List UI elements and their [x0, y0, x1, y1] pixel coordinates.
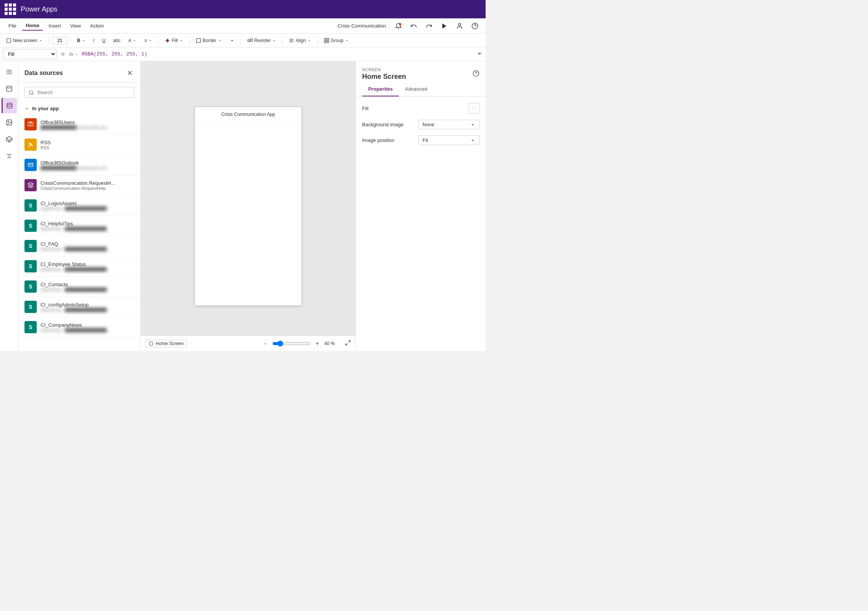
screen-badge: Home Screen — [145, 340, 187, 347]
close-panel-button[interactable]: ✕ — [125, 67, 134, 79]
chevron-down-icon — [470, 122, 475, 127]
formula-bar: Fill = fx RGBA(255, 255, 255, 1) — [0, 47, 486, 61]
group-button[interactable]: Group — [321, 36, 352, 45]
svg-rect-5 — [7, 38, 11, 42]
menu-file[interactable]: File — [5, 21, 20, 30]
font-button[interactable]: A — [125, 36, 140, 45]
notifications-icon[interactable] — [392, 20, 405, 32]
menu-insert[interactable]: Insert — [45, 21, 65, 30]
canvas-area: Crisis Communication App Home Screen - +… — [141, 61, 356, 351]
sidebar-icon-screens[interactable] — [2, 81, 17, 96]
fill-property-row: Fill — [362, 103, 480, 114]
list-item[interactable]: CrisisCommunication.RequestH... CrisisCo… — [18, 175, 140, 196]
svg-text:O: O — [29, 123, 31, 126]
screen-frame-icon — [149, 341, 153, 346]
item-sub: SharePoint · ██████████████ — [41, 226, 121, 231]
list-item[interactable]: O Office365Users ████████████onmicrosoft… — [18, 114, 140, 135]
item-name: CI_HelpfulTips — [41, 221, 121, 226]
list-item[interactable]: Office365Outlook ████████████onmicrosoft… — [18, 155, 140, 175]
image-position-dropdown[interactable]: Fit — [418, 135, 480, 145]
waffle-icon[interactable] — [5, 3, 16, 15]
more-button[interactable] — [226, 36, 238, 45]
item-sub: SharePoint · ██████████████... — [41, 247, 121, 251]
sidebar-icon-media[interactable] — [2, 115, 17, 130]
phone-title-bar: Crisis Communication App — [195, 107, 301, 122]
list-item[interactable]: RSS RSS ⋯ — [18, 135, 140, 155]
in-your-app-section[interactable]: In your app — [18, 103, 140, 114]
menu-view[interactable]: View — [67, 21, 85, 30]
help-icon[interactable] — [469, 20, 481, 32]
zoom-out-button[interactable]: - — [261, 339, 270, 348]
border-button[interactable]: Border — [193, 36, 225, 45]
ci-companynews-icon: S — [24, 321, 37, 333]
list-item[interactable]: S CI_HelpfulTips SharePoint · ██████████… — [18, 216, 140, 236]
right-panel-screen-title: Home Screen — [362, 73, 406, 81]
svg-point-6 — [166, 39, 169, 42]
ci-helpfultips-icon: S — [24, 220, 37, 232]
search-icon — [29, 90, 34, 95]
fill-color-button[interactable]: Fill — [162, 36, 186, 45]
svg-rect-8 — [248, 39, 250, 41]
tab-properties[interactable]: Properties — [362, 82, 399, 96]
ci-contacts-icon: S — [24, 280, 37, 293]
menu-action[interactable]: Action — [86, 21, 108, 30]
play-icon[interactable] — [438, 20, 450, 32]
align-button[interactable]: ≡ — [141, 36, 155, 45]
chevron-down-icon — [470, 138, 475, 143]
menu-home[interactable]: Home — [22, 21, 43, 31]
background-image-dropdown[interactable]: None — [418, 120, 480, 129]
zoom-value: 40 % — [324, 341, 340, 346]
fx-button[interactable]: fx — [69, 51, 78, 57]
fill-color-picker[interactable] — [469, 103, 480, 114]
phone-content[interactable] — [195, 122, 301, 305]
app-title: Power Apps — [21, 5, 57, 13]
formula-input[interactable]: RGBA(255, 255, 255, 1) — [81, 51, 473, 57]
phone-app-title: Crisis Communication App — [221, 112, 275, 117]
svg-rect-13 — [324, 38, 326, 40]
data-items-list: O Office365Users ████████████onmicrosoft… — [18, 114, 140, 351]
zoom-in-button[interactable]: + — [313, 339, 322, 348]
property-dropdown[interactable]: Fill — [3, 49, 57, 59]
item-name: CI_LogosAssets — [41, 200, 121, 206]
help-button[interactable] — [473, 70, 480, 78]
sidebar-icon-menu[interactable] — [2, 64, 17, 80]
list-item[interactable]: S CI_configAdminSetup SharePoint · █████… — [18, 297, 140, 317]
underline-button[interactable]: U — [99, 36, 109, 45]
list-item[interactable]: S CI_Employee Status SharePoint · ██████… — [18, 256, 140, 277]
account-icon[interactable] — [454, 20, 466, 32]
font-size-input[interactable] — [52, 37, 67, 44]
reorder-button[interactable]: Reorder — [244, 36, 279, 45]
list-item[interactable]: S CI_LogosAssets SharePoint · ██████████… — [18, 196, 140, 216]
align-objects-button[interactable]: Align — [286, 36, 314, 45]
formula-expand-icon[interactable] — [476, 51, 483, 58]
list-item[interactable]: S CI_FAQ SharePoint · ██████████████... … — [18, 236, 140, 256]
item-sub: CrisisCommunication.RequestHelp — [41, 186, 121, 191]
list-item[interactable]: S CI_CompanyNews SharePoint · ██████████… — [18, 317, 140, 337]
sidebar-icon-variables[interactable] — [2, 148, 17, 164]
undo-icon[interactable] — [408, 20, 420, 32]
new-screen-button[interactable]: New screen — [3, 36, 46, 45]
list-item[interactable]: S CI_Contacts SharePoint · █████████████… — [18, 277, 140, 297]
item-sub: SharePoint · ██████████████... — [41, 308, 121, 312]
strikethrough-button[interactable]: abc — [110, 36, 124, 45]
bold-button[interactable]: B — [74, 36, 89, 45]
search-input[interactable] — [37, 90, 130, 95]
sidebar-icon-datasources[interactable] — [2, 98, 17, 113]
sidebar-icon-components[interactable] — [2, 132, 17, 147]
menu-bar: File Home Insert View Action Crisis Comm… — [0, 18, 486, 34]
properties-body: Fill Background image None — [356, 97, 486, 151]
main-layout: Data sources ✕ In your app O Office365Us… — [0, 61, 486, 351]
zoom-slider[interactable] — [272, 341, 310, 347]
app-name: Crisis Communication — [338, 23, 386, 29]
redo-icon[interactable] — [423, 20, 435, 32]
svg-line-39 — [346, 343, 348, 345]
search-box[interactable] — [24, 87, 134, 98]
right-panel-header: SCREEN Home Screen — [356, 61, 486, 82]
crisiscommunication-icon — [24, 179, 37, 191]
tab-advanced[interactable]: Advanced — [399, 82, 433, 96]
item-sub: SharePoint · ██████████████... — [41, 328, 121, 332]
background-image-value: None — [423, 122, 434, 127]
divider-button[interactable]: / — [90, 36, 98, 45]
rss-icon — [24, 138, 37, 151]
expand-canvas-button[interactable] — [345, 340, 351, 347]
